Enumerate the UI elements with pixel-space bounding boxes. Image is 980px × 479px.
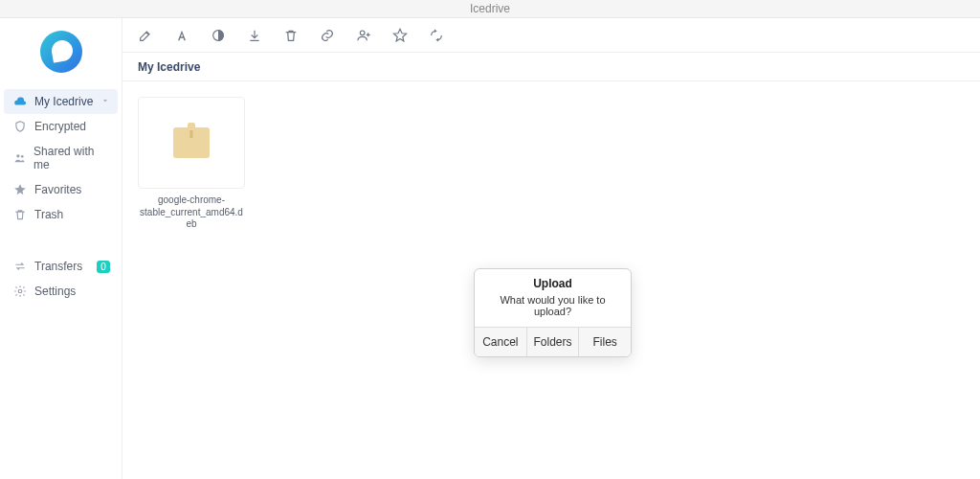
dialog-title: Upload <box>475 269 631 292</box>
file-name: google-chrome-stable_current_amd64.deb <box>138 194 245 231</box>
svg-point-4 <box>360 31 365 35</box>
folders-button[interactable]: Folders <box>526 328 579 356</box>
svg-point-2 <box>18 289 22 293</box>
dialog-buttons: Cancel Folders Files <box>475 327 631 356</box>
cloud-icon <box>13 95 27 108</box>
nav-primary: My Icedrive Encrypted Shared with me <box>0 85 122 231</box>
main: My Icedrive google-chrome-stable_current… <box>122 18 980 479</box>
upload-dialog: Upload What would you like to upload? Ca… <box>474 268 632 357</box>
package-icon <box>173 127 210 158</box>
sidebar-item-my-icedrive[interactable]: My Icedrive <box>4 89 118 114</box>
delete-icon[interactable] <box>283 28 299 43</box>
people-icon <box>13 151 26 165</box>
sidebar-item-settings[interactable]: Settings <box>4 279 118 304</box>
sidebar-item-encrypted[interactable]: Encrypted <box>4 114 118 139</box>
sidebar-item-label: Transfers <box>34 260 82 273</box>
cancel-button[interactable]: Cancel <box>475 328 526 356</box>
breadcrumb-label: My Icedrive <box>138 60 200 74</box>
add-user-icon[interactable] <box>356 28 371 43</box>
chevron-down-icon <box>100 95 110 108</box>
sidebar: My Icedrive Encrypted Shared with me <box>0 18 122 479</box>
svg-point-1 <box>21 155 24 158</box>
logo-wrap <box>0 18 122 85</box>
sidebar-item-label: Shared with me <box>33 145 108 171</box>
svg-point-0 <box>16 154 19 157</box>
transfers-badge: 0 <box>97 261 110 273</box>
breadcrumb[interactable]: My Icedrive <box>122 53 980 81</box>
nav-secondary: Transfers 0 Settings <box>0 250 122 308</box>
sidebar-item-transfers[interactable]: Transfers 0 <box>4 254 118 279</box>
app-logo[interactable] <box>40 31 82 73</box>
sidebar-item-label: My Icedrive <box>34 95 93 108</box>
sidebar-item-trash[interactable]: Trash <box>4 202 118 227</box>
download-icon[interactable] <box>247 28 262 43</box>
gear-icon <box>13 285 27 298</box>
sidebar-item-favorites[interactable]: Favorites <box>4 177 118 202</box>
transfers-icon <box>13 260 27 273</box>
text-icon[interactable] <box>174 28 189 43</box>
edit-icon[interactable] <box>138 28 153 43</box>
trash-icon <box>13 208 27 221</box>
sidebar-item-label: Trash <box>34 208 63 221</box>
files-button[interactable]: Files <box>578 328 631 356</box>
file-item[interactable]: google-chrome-stable_current_amd64.deb <box>138 97 245 231</box>
sidebar-item-label: Favorites <box>34 183 81 196</box>
sidebar-item-shared[interactable]: Shared with me <box>4 139 118 177</box>
shield-icon <box>13 120 27 133</box>
link-icon[interactable] <box>320 28 335 43</box>
toolbar <box>122 18 980 53</box>
share-icon[interactable] <box>429 28 444 43</box>
window-titlebar: Icedrive <box>0 0 980 18</box>
sidebar-item-label: Encrypted <box>34 120 86 133</box>
window-title: Icedrive <box>470 2 510 15</box>
color-icon[interactable] <box>211 28 226 43</box>
sidebar-item-label: Settings <box>34 285 76 298</box>
dialog-message: What would you like to upload? <box>475 292 631 327</box>
star-icon <box>13 183 27 196</box>
favorite-icon[interactable] <box>392 28 408 43</box>
file-thumbnail <box>138 97 245 189</box>
